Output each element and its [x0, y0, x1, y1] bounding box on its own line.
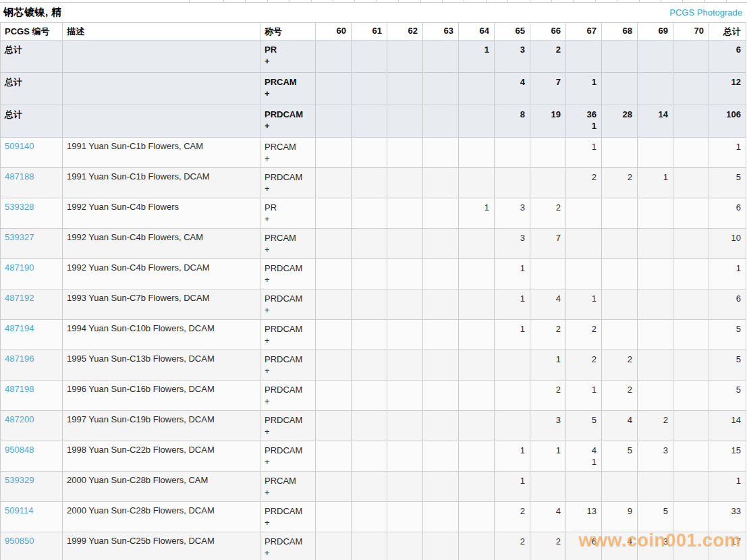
grade-66-cell — [530, 138, 566, 168]
grade-68-cell — [602, 259, 638, 289]
designation-cell: PRDCAM+ — [260, 381, 316, 411]
grade-70-cell — [673, 320, 709, 350]
grade-70-cell — [673, 350, 709, 381]
grade-67-cell: 1 — [566, 138, 602, 168]
grade-64-cell — [459, 259, 495, 289]
pcgs-number-cell: 487198 — [1, 381, 63, 411]
pcgs-number-link[interactable]: 539328 — [5, 202, 34, 212]
total-cell: 14 — [709, 411, 746, 441]
pcgs-number-link[interactable]: 487198 — [5, 384, 34, 394]
description-cell: 1992 Yuan Sun-C4b Flowers — [63, 198, 260, 229]
column-header-70: 70 — [673, 23, 709, 40]
grade-62-cell — [387, 320, 423, 350]
fragment-dividers — [223, 0, 746, 2]
column-header-67: 67 — [566, 23, 602, 40]
grade-67-cell: 6 — [566, 532, 602, 560]
grade-69-cell — [638, 198, 673, 229]
grade-66-cell: 2 — [530, 532, 566, 560]
grade-70-cell — [673, 381, 709, 411]
grade-70-cell — [673, 441, 709, 472]
section-header: 钢芯镀镍, 精 PCGS Photograde — [0, 3, 747, 22]
grade-60-cell — [316, 138, 352, 168]
table-row: 4871981996 Yuan Sun-C16b Flowers, DCAMPR… — [1, 381, 746, 411]
description-cell — [63, 73, 260, 105]
pcgs-number-link[interactable]: 487196 — [5, 354, 34, 364]
pcgs-number-link[interactable]: 950850 — [5, 536, 34, 546]
grade-68-cell: 5 — [602, 441, 638, 472]
pcgs-number-link[interactable]: 487194 — [5, 323, 34, 333]
pcgs-photograde-link[interactable]: PCGS Photograde — [669, 7, 742, 18]
grade-68-cell — [602, 40, 638, 73]
pcgs-number-link[interactable]: 487192 — [5, 293, 34, 303]
grade-60-cell — [316, 259, 352, 289]
pcgs-number-link[interactable]: 509140 — [5, 141, 34, 151]
pcgs-number-link[interactable]: 950848 — [5, 445, 34, 455]
total-cell: 12 — [709, 73, 746, 105]
pcgs-number-link[interactable]: 487188 — [5, 171, 34, 181]
grade-61-cell — [352, 289, 387, 320]
grade-61-cell — [352, 138, 387, 168]
grade-69-cell — [638, 381, 673, 411]
designation-cell: PRDCAM+ — [260, 441, 316, 472]
designation-cell: PRDCAM+ — [260, 105, 316, 138]
grade-65-cell — [495, 381, 530, 411]
grade-62-cell — [387, 138, 423, 168]
grade-62-cell — [387, 289, 423, 320]
total-cell: 6 — [709, 289, 746, 320]
grade-63-cell — [423, 441, 459, 472]
grade-69-cell — [638, 73, 673, 105]
grade-65-cell — [495, 168, 530, 198]
grade-68-cell: 9 — [602, 502, 638, 532]
grade-63-cell — [423, 259, 459, 289]
total-cell: 1 — [709, 138, 746, 168]
grade-66-cell: 4 — [530, 502, 566, 532]
grade-65-cell: 3 — [495, 229, 530, 259]
pcgs-number-link[interactable]: 509114 — [5, 505, 33, 515]
summary-label-cell: 总计 — [1, 40, 63, 73]
grade-61-cell — [352, 411, 387, 441]
grade-60-cell — [316, 289, 352, 320]
grade-63-cell — [423, 289, 459, 320]
grade-64-cell — [459, 289, 495, 320]
grade-67-cell — [566, 229, 602, 259]
pcgs-number-link[interactable]: 539329 — [5, 475, 34, 485]
summary-label-cell: 总计 — [1, 105, 63, 138]
grade-65-cell — [495, 138, 530, 168]
column-header-65: 65 — [495, 23, 530, 40]
grade-61-cell — [352, 502, 387, 532]
total-cell: 5 — [709, 381, 746, 411]
grade-63-cell — [423, 502, 459, 532]
pcgs-number-cell: 539329 — [1, 472, 63, 502]
grade-64-cell: 1 — [459, 40, 495, 73]
grade-63-cell — [423, 105, 459, 138]
grade-70-cell — [673, 472, 709, 502]
pcgs-number-cell: 487200 — [1, 411, 63, 441]
total-cell: 33 — [709, 502, 746, 532]
pcgs-number-cell: 487192 — [1, 289, 63, 320]
grade-62-cell — [387, 350, 423, 381]
pcgs-number-link[interactable]: 539327 — [5, 232, 34, 242]
table-row: 5393281992 Yuan Sun-C4b FlowersPR+1326 — [1, 198, 746, 229]
grade-64-cell — [459, 411, 495, 441]
grade-64-cell — [459, 138, 495, 168]
grade-66-cell: 2 — [530, 320, 566, 350]
grade-69-cell: 3 — [638, 441, 673, 472]
grade-70-cell — [673, 73, 709, 105]
pcgs-number-link[interactable]: 487200 — [5, 414, 34, 424]
table-row: 5091401991 Yuan Sun-C1b Flowers, CAMPRCA… — [1, 138, 746, 168]
grade-65-cell: 4 — [495, 73, 530, 105]
grade-68-cell: 2 — [602, 350, 638, 381]
grade-62-cell — [387, 198, 423, 229]
grade-66-cell — [530, 168, 566, 198]
grade-70-cell — [673, 532, 709, 560]
grade-68-cell — [602, 320, 638, 350]
description-cell: 1994 Yuan Sun-C10b Flowers, DCAM — [63, 320, 260, 350]
grade-69-cell — [638, 229, 673, 259]
grade-66-cell: 1 — [530, 350, 566, 381]
grade-62-cell — [387, 229, 423, 259]
pcgs-number-link[interactable]: 487190 — [5, 262, 34, 273]
grade-63-cell — [423, 381, 459, 411]
grade-65-cell — [495, 350, 530, 381]
grade-66-cell: 7 — [530, 229, 566, 259]
grade-69-cell — [638, 289, 673, 320]
